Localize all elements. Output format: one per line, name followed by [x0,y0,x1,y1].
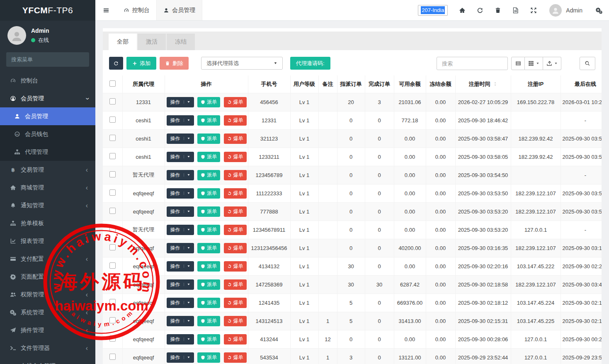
column-header[interactable]: 最后在线 [560,75,602,93]
dispatch-order-button[interactable]: 派单 [197,133,220,144]
export-button[interactable] [543,57,561,70]
burst-order-button[interactable]: 爆单 [224,188,247,199]
row-checkbox[interactable] [109,281,116,287]
operate-button[interactable]: 操作 [167,316,194,326]
sidebar-item-file-manager[interactable]: 文件管理器 ‹ [0,339,95,357]
user-menu[interactable]: Admin [566,7,582,14]
dispatch-order-button[interactable]: 派单 [197,152,220,162]
settings-button[interactable] [596,7,602,14]
sidebar-item-member-wallet[interactable]: 会员钱包 [0,125,95,143]
search-submit-button[interactable] [580,57,595,70]
sidebar-item-trade-manage[interactable]: 交易管理 ‹ [0,161,95,179]
home-button[interactable] [459,7,466,14]
row-checkbox[interactable] [109,226,116,232]
dispatch-order-button[interactable]: 派单 [197,188,220,199]
agent-invite-code-button[interactable]: 代理邀请码: [290,57,330,70]
nav-tab-member[interactable]: 会员管理 [156,0,202,20]
operate-button[interactable]: 操作 [167,298,194,308]
dispatch-order-button[interactable]: 派单 [197,334,220,345]
dispatch-order-button[interactable]: 派单 [197,243,220,253]
sidebar-item-mall-manage[interactable]: 商城管理 ‹ [0,179,95,197]
burst-order-button[interactable]: 爆单 [224,279,247,290]
operate-button[interactable]: 操作 [167,152,194,162]
sidebar-item-permission[interactable]: 权限管理 ‹ [0,286,95,303]
sidebar-item-plugin-manage[interactable]: 插件管理 ‹ [0,321,95,339]
sidebar-item-notify-manage[interactable]: 通知管理 ‹ [0,197,95,214]
column-header[interactable]: 操作 [165,75,248,93]
row-checkbox[interactable] [109,208,116,214]
refresh-table-button[interactable] [109,57,123,70]
dispatch-order-button[interactable]: 派单 [197,97,220,107]
operate-button[interactable]: 操作 [167,115,194,126]
operate-button[interactable]: 操作 [167,243,194,253]
column-header[interactable]: 指派订单 [337,75,365,93]
sidebar-item-report-manage[interactable]: 报表管理 ‹ [0,232,95,250]
row-checkbox[interactable] [109,153,116,159]
burst-order-button[interactable]: 爆单 [224,206,247,217]
column-header[interactable]: 注册时间 [455,75,511,93]
row-checkbox[interactable] [109,262,116,269]
sidebar-item-member-manage[interactable]: 会员管理 ‹ [0,90,95,107]
clear-cache-button[interactable] [495,7,501,14]
sidebar-item-dashboard[interactable]: 控制台 [0,72,95,90]
operate-button[interactable]: 操作 [167,225,194,235]
burst-order-button[interactable]: 爆单 [224,261,247,272]
fullscreen-button[interactable] [530,7,537,14]
operate-button[interactable]: 操作 [167,279,194,290]
delete-button[interactable]: 删除 [160,57,189,70]
operate-button[interactable]: 操作 [167,352,194,363]
burst-order-button[interactable]: 爆单 [224,334,247,345]
column-header[interactable]: 注册IP [511,75,560,93]
tab-all[interactable]: 全部 [109,34,137,50]
sidebar-toggle-button[interactable] [95,0,117,20]
dispatch-order-button[interactable]: 派单 [197,206,220,217]
column-header[interactable]: 冻结余额 [426,75,455,93]
row-checkbox[interactable] [109,135,116,141]
agent-filter-select[interactable]: 选择代理筛选 [201,57,283,70]
dispatch-order-button[interactable]: 派单 [197,352,220,363]
dispatch-order-button[interactable]: 派单 [197,115,220,126]
row-checkbox[interactable] [109,244,116,250]
row-checkbox[interactable] [109,171,116,177]
burst-order-button[interactable]: 爆单 [224,316,247,326]
menu-search-input[interactable] [11,56,84,63]
user-avatar-button[interactable] [549,4,562,17]
row-checkbox[interactable] [109,299,116,305]
operate-button[interactable]: 操作 [167,334,194,345]
burst-order-button[interactable]: 爆单 [224,115,247,126]
column-header[interactable]: 所属代理 [122,75,165,93]
burst-order-button[interactable]: 爆单 [224,97,247,107]
column-header[interactable]: 手机号 [248,75,290,93]
burst-order-button[interactable]: 爆单 [224,152,247,162]
row-checkbox[interactable] [109,354,116,360]
sidebar-item-member-list[interactable]: 会员管理 [0,107,95,125]
dispatch-order-button[interactable]: 派单 [197,298,220,308]
operate-button[interactable]: 操作 [167,188,194,199]
dispatch-order-button[interactable]: 派单 [197,261,220,272]
tab-active[interactable]: 激活 [138,34,166,50]
operate-button[interactable]: 操作 [167,261,194,272]
tab-frozen[interactable]: 冻结 [167,34,195,50]
burst-order-button[interactable]: 爆单 [224,243,247,253]
column-header[interactable]: 备注 [318,75,337,93]
sidebar-item-agent-manage[interactable]: 代理管理 [0,143,95,161]
sidebar-item-online-command[interactable]: 在线命令管理 [0,357,95,364]
burst-order-button[interactable]: 爆单 [224,133,247,144]
burst-order-button[interactable]: 爆单 [224,352,247,363]
dispatch-order-button[interactable]: 派单 [197,279,220,290]
burst-order-button[interactable]: 爆单 [224,225,247,235]
tab-title-input[interactable]: 207-India [418,5,448,16]
dispatch-order-button[interactable]: 派单 [197,225,220,235]
operate-button[interactable]: 操作 [167,97,194,107]
sidebar-item-payment-config[interactable]: 支付配置 ‹ [0,250,95,268]
operate-button[interactable]: 操作 [167,206,194,217]
sidebar-item-grab-template[interactable]: 抢单模板 [0,214,95,232]
row-checkbox[interactable] [109,335,116,342]
row-checkbox[interactable] [109,317,116,323]
detail-view-button[interactable] [511,57,525,70]
column-header[interactable]: 完成订单 [365,75,394,93]
columns-button[interactable] [525,57,543,70]
burst-order-button[interactable]: 爆单 [224,170,247,180]
select-all-checkbox[interactable] [109,80,116,87]
column-header[interactable]: 用户等级 [290,75,318,93]
